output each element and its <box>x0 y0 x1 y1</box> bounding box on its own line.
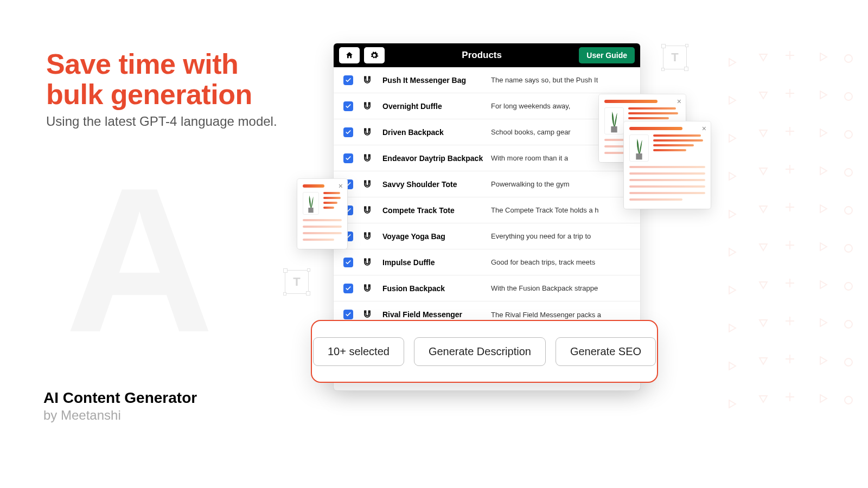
preview-card-small: × <box>297 179 347 249</box>
row-checkbox[interactable] <box>343 101 353 111</box>
brand-block: AI Content Generator by Meetanshi <box>43 389 197 423</box>
svg-rect-31 <box>611 126 617 132</box>
product-description: The name says so, but the Push It <box>491 76 598 84</box>
user-guide-button[interactable]: User Guide <box>579 47 635 63</box>
generate-description-button[interactable]: Generate Description <box>414 337 546 366</box>
svg-point-5 <box>845 245 852 252</box>
product-description: The Compete Track Tote holds a h <box>491 206 598 214</box>
product-description: The Rival Field Messenger packs a <box>491 311 601 319</box>
product-description: With the Fusion Backpack strappe <box>491 284 598 292</box>
titlebar: Products User Guide <box>334 43 640 67</box>
svg-point-0 <box>845 55 852 62</box>
headline: Save time with bulk generation <box>46 49 252 110</box>
home-button[interactable] <box>339 47 360 63</box>
horseshoe-icon <box>362 283 373 294</box>
product-row[interactable]: Fusion BackpackWith the Fusion Backpack … <box>334 275 640 301</box>
product-row[interactable]: Voyage Yoga BagEverything you need for a… <box>334 223 640 249</box>
brand-title: AI Content Generator <box>43 389 197 407</box>
window-title: Products <box>389 50 575 61</box>
gear-icon <box>370 51 379 60</box>
svg-point-1 <box>845 93 852 100</box>
product-name: Savvy Shoulder Tote <box>382 180 491 189</box>
preview-card: × <box>624 121 711 209</box>
selection-count-pill[interactable]: 10+ selected <box>313 337 404 366</box>
product-name: Compete Track Tote <box>382 206 491 215</box>
product-description: Powerwalking to the gym <box>491 180 570 188</box>
product-description: School books, camp gear <box>491 128 571 136</box>
product-name: Rival Field Messenger <box>382 310 491 319</box>
product-name: Push It Messenger Bag <box>382 76 491 85</box>
product-name: Driven Backpack <box>382 128 491 137</box>
product-description: With more room than it a <box>491 154 568 162</box>
brand-author: by Meetanshi <box>43 408 197 423</box>
product-name: Fusion Backpack <box>382 284 491 293</box>
svg-point-8 <box>845 358 852 366</box>
horseshoe-icon <box>362 153 373 164</box>
product-description: For long weekends away, <box>491 102 570 110</box>
product-row[interactable]: Endeavor Daytrip BackpackWith more room … <box>334 145 640 171</box>
row-checkbox[interactable] <box>343 310 353 319</box>
close-icon[interactable]: × <box>677 98 681 105</box>
svg-rect-10 <box>308 208 313 213</box>
product-name: Impulse Duffle <box>382 258 491 267</box>
row-checkbox[interactable] <box>343 153 353 163</box>
product-name: Endeavor Daytrip Backpack <box>382 154 491 163</box>
horseshoe-icon <box>362 257 373 268</box>
svg-point-3 <box>845 169 852 176</box>
horseshoe-icon <box>362 75 373 86</box>
headline-line1: Save time with <box>46 49 252 79</box>
svg-rect-32 <box>636 153 642 159</box>
svg-point-4 <box>845 207 852 214</box>
horseshoe-icon <box>362 127 373 138</box>
row-checkbox[interactable] <box>343 284 353 293</box>
settings-button[interactable] <box>364 47 385 63</box>
subheadline: Using the latest GPT-4 language model. <box>46 114 277 129</box>
close-icon[interactable]: × <box>339 182 343 190</box>
product-row[interactable]: Overnight DuffleFor long weekends away, <box>334 93 640 119</box>
text-frame-icon: T <box>285 270 309 294</box>
bulk-action-bar: 10+ selected Generate Description Genera… <box>311 320 658 383</box>
home-icon <box>345 51 354 60</box>
product-row[interactable]: Push It Messenger BagThe name says so, b… <box>334 67 640 93</box>
horseshoe-icon <box>362 205 373 216</box>
background-pattern <box>727 43 868 445</box>
background-letter: A <box>65 157 214 363</box>
svg-point-6 <box>845 282 852 290</box>
horseshoe-icon <box>362 179 373 190</box>
text-frame-icon: T <box>663 46 687 69</box>
row-checkbox[interactable] <box>343 75 353 85</box>
product-name: Voyage Yoga Bag <box>382 232 491 241</box>
row-checkbox[interactable] <box>343 258 353 267</box>
product-row[interactable]: Compete Track ToteThe Compete Track Tote… <box>334 197 640 223</box>
svg-point-7 <box>845 320 852 328</box>
product-rows: Push It Messenger BagThe name says so, b… <box>334 67 640 328</box>
horseshoe-icon <box>362 309 373 320</box>
svg-point-2 <box>845 131 852 138</box>
product-row[interactable]: Impulse DuffleGood for beach trips, trac… <box>334 249 640 275</box>
product-row[interactable]: Driven BackpackSchool books, camp gear <box>334 119 640 145</box>
horseshoe-icon <box>362 101 373 112</box>
product-description: Good for beach trips, track meets <box>491 258 595 266</box>
svg-point-9 <box>845 396 852 404</box>
product-description: Everything you need for a trip to <box>491 232 591 240</box>
horseshoe-icon <box>362 231 373 242</box>
generate-seo-button[interactable]: Generate SEO <box>556 337 656 366</box>
row-checkbox[interactable] <box>343 127 353 137</box>
close-icon[interactable]: × <box>702 125 706 132</box>
product-row[interactable]: Savvy Shoulder TotePowerwalking to the g… <box>334 171 640 197</box>
headline-line2: bulk generation <box>46 79 252 110</box>
product-name: Overnight Duffle <box>382 102 491 111</box>
